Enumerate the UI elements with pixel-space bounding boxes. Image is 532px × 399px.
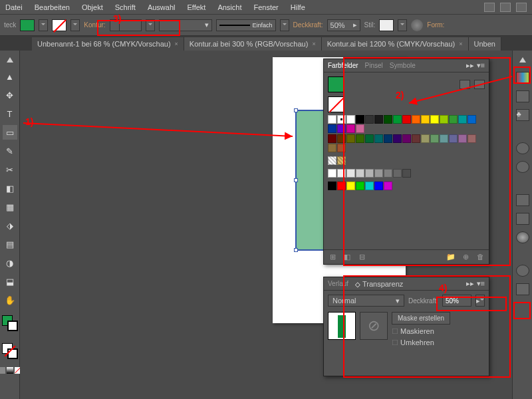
symbols-panel-icon[interactable]: ♣ [516,109,529,121]
swatch[interactable] [337,134,346,143]
mask-invert[interactable]: ☐ Umkehren [392,338,450,347]
swatch[interactable] [402,169,411,178]
mask-thumb[interactable]: ⊘ [360,312,388,340]
gpu-icon[interactable] [516,3,527,12]
swatch[interactable] [328,182,336,190]
swatch[interactable] [421,115,430,124]
collapse-icon[interactable] [7,57,13,63]
tab-verlauf[interactable]: Verlauf [328,280,348,287]
type-tool[interactable]: T [3,106,17,121]
swatch[interactable] [328,115,336,124]
close-icon[interactable]: × [175,41,178,47]
brushes-panel-icon[interactable] [516,90,529,102]
swatch[interactable] [449,115,458,124]
options-icon[interactable]: ⊟ [357,253,366,262]
swatch[interactable] [356,115,364,124]
swatch[interactable] [467,115,476,124]
swatch[interactable] [346,124,355,133]
swatch[interactable] [412,134,420,143]
grid-tool[interactable]: ▦ [3,200,17,214]
canvas-area[interactable]: Farbfelder Pinsel Symbole ▸▸▾≡ ⊞ ◧ ⊟ 📁 ⊕ [20,51,512,399]
swatch[interactable] [421,134,430,143]
library-icon[interactable]: ⊞ [328,253,337,262]
menu-schrift[interactable]: Schrift [115,3,136,11]
tab-3[interactable]: Unben [469,37,501,51]
create-mask-button[interactable]: Maske erstellen [392,312,450,325]
panel-menu-icon[interactable]: ▾≡ [477,61,485,70]
tab-farbfelder[interactable]: Farbfelder [328,62,358,69]
swatch[interactable] [356,169,364,178]
swatch[interactable] [384,169,392,178]
fill-dropdown[interactable] [39,19,48,31]
swatch[interactable] [449,134,458,143]
swatch[interactable] [346,169,355,178]
trans-panel-icon[interactable] [516,231,529,243]
style-swatch[interactable] [379,19,394,31]
var-width[interactable]: ▾ [159,19,212,31]
swatch[interactable] [458,115,467,124]
swatch[interactable] [365,169,374,178]
selection-tool[interactable]: ▲ [3,69,17,84]
mesh-tool[interactable]: ⬗ [3,218,17,233]
swatch[interactable] [328,144,336,152]
swatch[interactable] [402,134,411,143]
stroke-weight-dd[interactable] [146,19,155,31]
rectangle-tool[interactable]: ▭ [3,125,17,140]
opacity-field[interactable]: 50%▸ [327,19,360,31]
swatch[interactable] [467,134,476,143]
swatch[interactable] [440,115,448,124]
swatch[interactable] [328,124,336,133]
color-panel-icon[interactable] [516,142,529,154]
menu-datei[interactable]: Datei [5,3,23,11]
recolor-icon[interactable] [411,19,423,31]
panel-collapse-icon[interactable]: ▸▸ [466,279,474,288]
graphic-styles-icon[interactable] [516,283,529,295]
tab-symbole[interactable]: Symbole [390,62,416,69]
swatch[interactable] [440,134,448,143]
swatch[interactable] [328,169,336,178]
close-icon[interactable]: × [459,41,462,47]
panel-collapse-icon[interactable]: ▸▸ [466,61,474,70]
swatch[interactable] [430,115,439,124]
stroke-swatch[interactable] [52,19,66,31]
opacity-input[interactable] [442,295,471,307]
swatch[interactable] [337,182,346,190]
menu-objekt[interactable]: Objekt [82,3,103,11]
stroke-weight[interactable] [110,19,142,31]
show-icon[interactable]: ◧ [342,253,352,262]
menu-effekt[interactable]: Effekt [187,3,205,11]
stroke-panel-icon[interactable] [516,194,529,206]
menu-fenster[interactable]: Fenster [253,3,278,11]
none-swatch[interactable] [328,96,344,112]
brush-def[interactable]: Einfach [216,19,276,31]
menu-bearbeiten[interactable]: Bearbeiten [35,3,70,11]
tab-0[interactable]: Unbenannt-1 bei 68 % (CMYK/Vorschau)× [32,37,184,51]
panel-menu-icon[interactable]: ▾≡ [477,279,485,288]
list-view-icon[interactable] [460,80,470,89]
gradient-mode[interactable] [7,367,13,374]
close-icon[interactable]: × [312,41,315,47]
arrange-icon[interactable] [500,3,511,12]
scissors-tool[interactable]: ✂ [3,162,17,177]
current-fill-swatch[interactable] [328,76,344,92]
swatch[interactable] [365,115,374,124]
swatch[interactable] [384,182,392,190]
swatch[interactable] [356,182,364,190]
stroke-dropdown[interactable] [70,19,80,31]
bridge-icon[interactable] [484,3,495,12]
swatch[interactable] [356,124,364,133]
collapse-icon[interactable] [519,57,526,63]
opacity-slider[interactable]: ▸ [475,295,485,307]
hand-tool[interactable]: ✋ [3,293,17,307]
tab-2[interactable]: Kontur.ai bei 1200 % (CMYK/Vorschau)× [322,37,469,51]
swatch[interactable] [346,134,355,143]
perspective-tool[interactable]: ▤ [3,237,17,251]
blend-mode[interactable]: Normal▾ [328,295,404,307]
swatch[interactable] [374,115,383,124]
registration-swatch[interactable] [337,115,346,124]
guide-panel-icon[interactable] [516,161,529,173]
swatch[interactable] [384,115,392,124]
swatch[interactable] [337,144,346,152]
column-tool[interactable]: ⬓ [3,274,17,289]
swatch[interactable] [393,169,402,178]
